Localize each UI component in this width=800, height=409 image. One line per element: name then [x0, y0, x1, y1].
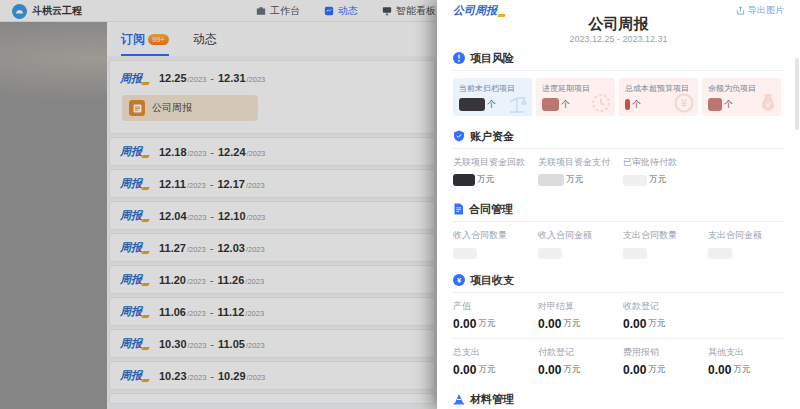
stat-unit: 万元: [733, 364, 750, 376]
contract-icon: [453, 203, 464, 215]
stat-label: 对甲结算: [538, 300, 623, 313]
stat-item: 总支出 0.00 万元: [453, 346, 538, 377]
stat-value: 0.00: [453, 363, 476, 377]
stat-item: 关联项目资金回款 万元: [453, 156, 538, 187]
redacted-value: [538, 174, 564, 186]
stat-unit: 万元: [478, 364, 495, 376]
divider: [453, 221, 784, 222]
section-title: 项目风险: [470, 51, 514, 66]
stat-item: 付款登记 0.00 万元: [538, 346, 623, 377]
stat-label: 支出合同金额: [708, 229, 784, 242]
section-contract-management: 合同管理 收入合同数量 收入合同金额 支出合同数量 支出合同金额: [453, 202, 784, 260]
stat-item: 关联项目资金支付 万元: [538, 156, 623, 187]
stat-label: 关联项目资金回款: [453, 156, 538, 169]
risk-card-unarchived: 当前未归档项目 个: [453, 78, 532, 116]
section-project-income-expense: ¥ 项目收支 产值 0.00 万元 对甲结算 0.00 万元 收款登记: [453, 273, 784, 377]
stat-unit: 万元: [478, 318, 495, 330]
risk-card-label: 当前未归档项目: [459, 83, 526, 94]
company-weekly-report-drawer: 公司周报 导出图片 公司周报 2023.12.25 - 2023.12.31 项…: [437, 0, 800, 409]
stat-label: 收款登记: [623, 300, 699, 313]
redacted-value: [708, 248, 732, 259]
report-date-range: 2023.12.25 - 2023.12.31: [453, 34, 784, 44]
stat-label: 已审批待付款: [623, 156, 699, 169]
warning-icon: [453, 52, 465, 64]
export-image-button[interactable]: 导出图片: [736, 4, 784, 17]
stat-item: 支出合同数量: [623, 229, 708, 260]
risk-card-unit: 个: [487, 98, 496, 111]
stat-unit: 万元: [649, 174, 666, 186]
stat-value: 0.00: [623, 363, 646, 377]
export-image-icon: [736, 6, 745, 15]
stat-label: 收入合同金额: [538, 229, 623, 242]
drawer-scrollbar[interactable]: [795, 58, 799, 130]
divider: [453, 148, 784, 149]
section-material-management: 材料管理 采购订单数量 0 个 采购订单金额 0.00 万元 入库单金额: [453, 392, 784, 409]
stat-label: 其他支出: [708, 346, 784, 359]
risk-card-unit: 个: [561, 98, 570, 111]
stat-item: 已审批待付款 万元: [623, 156, 699, 187]
redacted-value: [708, 98, 722, 111]
section-title: 合同管理: [469, 202, 513, 217]
section-title: 账户资金: [470, 129, 514, 144]
redacted-value: [538, 248, 562, 259]
risk-card-over-budget: 总成本超预算项目 个 ¥: [619, 78, 698, 116]
stat-item: 费用报销 0.00 万元: [623, 346, 708, 377]
drawer-report-logo: 公司周报: [453, 3, 505, 18]
redacted-value: [453, 248, 477, 259]
divider: [453, 70, 784, 71]
divider: [453, 338, 784, 339]
stat-unit: 万元: [566, 174, 583, 186]
section-title: 材料管理: [470, 392, 514, 407]
export-label: 导出图片: [748, 4, 784, 17]
stat-item: 收款登记 0.00 万元: [623, 300, 699, 331]
stat-label: 产值: [453, 300, 538, 313]
cone-icon: [453, 393, 465, 405]
redacted-value: [623, 175, 647, 186]
section-title: 项目收支: [470, 273, 514, 288]
stat-item: 对甲结算 0.00 万元: [538, 300, 623, 331]
redacted-value: [625, 99, 630, 110]
stat-label: 关联项目资金支付: [538, 156, 623, 169]
stat-label: 支出合同数量: [623, 229, 708, 242]
stat-unit: 万元: [648, 318, 665, 330]
stat-label: 付款登记: [538, 346, 623, 359]
redacted-value: [542, 98, 559, 111]
stat-unit: 万元: [477, 174, 494, 186]
stat-unit: 万元: [563, 318, 580, 330]
stat-item: 产值 0.00 万元: [453, 300, 538, 331]
risk-card-delayed: 进度延期项目 个: [536, 78, 615, 116]
report-title: 公司周报: [453, 15, 784, 32]
stat-label: 费用报销: [623, 346, 708, 359]
stat-value: 0.00: [538, 317, 561, 331]
redacted-value: [623, 248, 647, 259]
stat-unit: 万元: [563, 364, 580, 376]
stat-value: 0.00: [708, 363, 731, 377]
stat-label: 总支出: [453, 346, 538, 359]
divider: [453, 292, 784, 293]
stat-item: 收入合同数量: [453, 229, 538, 260]
redacted-value: [459, 98, 485, 111]
stat-item: 收入合同金额: [538, 229, 623, 260]
section-account-funds: 账户资金 关联项目资金回款 万元 关联项目资金支付 万元 已审批待付款: [453, 129, 784, 187]
stat-value: 0.00: [453, 317, 476, 331]
risk-card-negative-balance: 余额为负项目 个 ¥: [702, 78, 781, 116]
stat-value: 0.00: [538, 363, 561, 377]
stat-item: 支出合同金额: [708, 229, 784, 260]
stat-item: 其他支出 0.00 万元: [708, 346, 784, 377]
stat-label: 收入合同数量: [453, 229, 538, 242]
stat-unit: 万元: [648, 364, 665, 376]
stat-value: 0.00: [623, 317, 646, 331]
section-project-risk: 项目风险 当前未归档项目 个 进度延期项目 个: [453, 51, 784, 116]
redacted-value: [453, 174, 475, 186]
shield-icon: [453, 130, 465, 142]
risk-card-unit: 个: [724, 98, 733, 111]
coin-icon: ¥: [453, 274, 465, 286]
drawer-mask[interactable]: [0, 0, 437, 409]
risk-card-unit: 个: [632, 98, 641, 111]
